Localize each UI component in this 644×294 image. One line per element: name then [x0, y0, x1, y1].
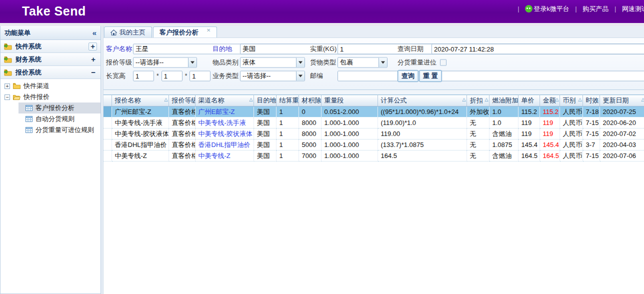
column-header[interactable]: 币别△	[560, 95, 582, 106]
table-row[interactable]: 中美专线-洗手液直客价格中美专线-洗手液美国180001.000-1.000(1…	[104, 118, 644, 128]
close-tab-icon[interactable]: ✕	[206, 27, 210, 33]
column-header[interactable]: 单价	[518, 95, 540, 106]
column-header[interactable]: 计算公式△	[378, 95, 466, 106]
column-header[interactable]: 更新日期△	[600, 95, 644, 106]
length-input[interactable]	[133, 70, 154, 81]
table-row[interactable]: 中美专线-胶状液体直客价格中美专线-胶状液体美国180001.000-1.000…	[104, 128, 644, 140]
tree-collapse-icon[interactable]: −	[4, 94, 10, 100]
tab-my-homepage[interactable]: 我的主页	[104, 26, 152, 38]
split-weight-carry-checkbox[interactable]	[440, 59, 446, 66]
channel-link-cell[interactable]: 中美专线-胶状液体	[195, 128, 254, 140]
table-cell: 3-7	[582, 140, 600, 150]
query-date-input[interactable]	[432, 44, 644, 54]
column-header[interactable]: 目的地△	[254, 95, 276, 106]
cargo-type-select[interactable]: 包裹	[338, 57, 388, 68]
dropdown-arrow-icon[interactable]	[188, 58, 196, 67]
business-type-value: --请选择--	[240, 72, 296, 80]
channel-link-cell[interactable]: 中美专线-Z	[195, 150, 254, 162]
row-selector-cell[interactable]	[104, 140, 112, 150]
column-header[interactable]: 材积除△	[298, 95, 321, 106]
expand-icon[interactable]: +	[88, 42, 97, 50]
sort-icon[interactable]: △	[596, 97, 599, 102]
wechat-icon	[525, 5, 532, 12]
table-cell: 8000	[298, 128, 321, 140]
expand-icon[interactable]: +	[90, 56, 97, 63]
tree-leaf-customer-quote-analysis[interactable]: 客户报价分析	[18, 102, 100, 114]
channel-link-cell[interactable]: 中美专线-洗手液	[195, 118, 254, 128]
width-input[interactable]	[162, 70, 182, 81]
tab-customer-quote-analysis[interactable]: 客户报价分析 ✕	[153, 26, 217, 38]
tree-node-express-quote[interactable]: − 快件报价	[0, 92, 100, 102]
tree-leaf-split-weight-carry-rules[interactable]: 分货重量可进位规则	[18, 124, 100, 136]
table-row[interactable]: 香港DHL指甲油价直客价格香港DHL指甲油价美国150001.000-1.000…	[104, 140, 644, 150]
table-cell: 2020-04-03	[600, 140, 644, 150]
speed-test-link[interactable]: 网速测试	[622, 5, 644, 12]
sort-icon[interactable]: △	[578, 97, 582, 102]
channel-link-cell[interactable]: 广州E邮宝-Z	[195, 106, 254, 118]
table-cell: 7-18	[582, 106, 600, 118]
column-header[interactable]: 燃油附加△	[489, 95, 518, 106]
column-header[interactable]: 金额△	[540, 95, 560, 106]
sort-icon[interactable]: △	[317, 97, 320, 102]
table-cell: 美国	[254, 140, 276, 150]
tree-expand-icon[interactable]: +	[4, 84, 10, 89]
column-header[interactable]: 时效△	[582, 95, 600, 106]
business-type-select[interactable]: --请选择--	[240, 70, 305, 81]
reset-button[interactable]: 重 置	[419, 70, 442, 82]
buy-product-link[interactable]: 购买产品	[582, 5, 608, 12]
item-type-select[interactable]: 液体	[240, 57, 305, 68]
collapse-section-icon[interactable]: −	[90, 69, 97, 76]
dropdown-arrow-icon[interactable]	[296, 58, 304, 67]
sidebar: 功能菜单 « 快件系统 + 财务系统 +	[0, 26, 101, 294]
sort-icon[interactable]: △	[191, 97, 194, 102]
dropdown-arrow-icon[interactable]	[296, 71, 304, 80]
height-input[interactable]	[190, 70, 210, 81]
column-header[interactable]: 报价名称△	[112, 95, 168, 106]
tree-node-express-channel[interactable]: + 快件渠道	[0, 80, 100, 92]
table-cell: 1	[276, 140, 298, 150]
row-selector-cell[interactable]	[104, 118, 112, 128]
tree-node-label: 快件报价	[24, 92, 50, 102]
table-cell: 无	[466, 128, 489, 140]
column-header[interactable]: 折扣△	[466, 95, 489, 106]
sidebar-section-finance[interactable]: 财务系统 +	[0, 53, 100, 66]
folder-arrow-icon	[4, 69, 12, 76]
dropdown-arrow-icon[interactable]	[378, 58, 387, 67]
channel-link-cell[interactable]: 香港DHL指甲油价	[195, 140, 254, 150]
column-header[interactable]: 重量段	[321, 95, 378, 106]
row-selector-cell[interactable]	[104, 106, 112, 118]
sidebar-section-express[interactable]: 快件系统 +	[0, 40, 100, 53]
table-cell: 无	[466, 140, 489, 150]
multiply-separator: *	[156, 72, 159, 80]
sort-icon[interactable]: △	[514, 97, 518, 102]
zip-code-input[interactable]	[338, 70, 644, 81]
sort-icon[interactable]: △	[485, 97, 488, 102]
sort-icon[interactable]: △	[272, 97, 276, 102]
row-selector-cell[interactable]	[104, 150, 112, 162]
tree-leaf-auto-split-rules[interactable]: 自动分货规则	[18, 114, 100, 124]
login-kwei-link[interactable]: 登录k微平台	[525, 5, 570, 12]
column-header[interactable]: 结算重△	[276, 95, 298, 106]
quote-level-select[interactable]: --请选择--	[133, 57, 197, 68]
search-button[interactable]: 查询	[398, 70, 418, 82]
sort-icon[interactable]: △	[462, 97, 466, 102]
table-cell: 无	[466, 150, 489, 162]
tree-leaf-label: 自动分货规则	[36, 114, 74, 124]
sort-icon[interactable]: △	[556, 97, 559, 102]
sidebar-section-quote[interactable]: 报价系统 −	[0, 66, 100, 79]
sort-icon[interactable]: △	[250, 97, 253, 102]
link-separator: |	[518, 5, 519, 12]
row-selector-cell[interactable]	[104, 128, 112, 140]
sort-icon[interactable]: △	[642, 97, 644, 102]
column-header[interactable]: 报价等级△	[168, 95, 195, 106]
table-cell: 1.000-1.000	[321, 118, 378, 128]
table-row[interactable]: 中美专线-Z直客价格中美专线-Z美国170001.000-1.000164.5无…	[104, 150, 644, 162]
table-cell: 直客价格	[168, 140, 195, 150]
table-cell: 0	[298, 106, 321, 118]
sort-icon[interactable]: △	[164, 97, 168, 102]
sort-icon[interactable]: △	[294, 97, 298, 102]
table-row[interactable]: 广州E邮宝-Z直客价格广州E邮宝-Z美国100.051-2.000((95*1/…	[104, 106, 644, 118]
quote-results-area: 报价名称△报价等级△渠道名称△目的地△结算重△材积除△重量段计算公式△折扣△燃油…	[104, 94, 644, 294]
collapse-sidebar-icon[interactable]: «	[92, 28, 96, 37]
column-header[interactable]: 渠道名称△	[195, 95, 254, 106]
